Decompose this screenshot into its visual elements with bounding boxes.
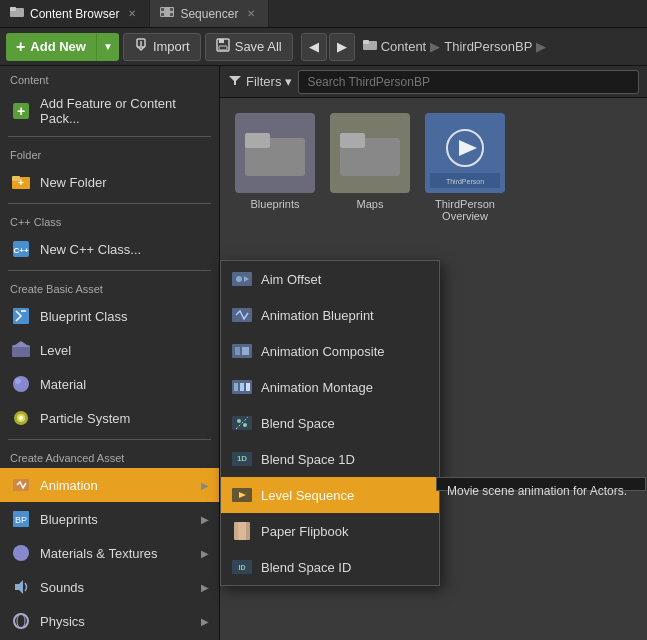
folder-nav-icon <box>363 38 377 55</box>
blueprints-label: Blueprints <box>251 198 300 210</box>
sounds-icon <box>10 576 32 598</box>
submenu-item-anim-montage[interactable]: Animation Montage <box>221 369 439 405</box>
particle-icon <box>10 407 32 429</box>
tab-sequencer[interactable]: Sequencer ✕ <box>150 0 269 27</box>
tab-sequencer-close[interactable]: ✕ <box>244 7 258 21</box>
overview-thumb: ThirdPerson <box>425 113 505 193</box>
filters-dropdown: ▾ <box>285 74 292 89</box>
forward-button[interactable]: ▶ <box>329 33 355 61</box>
list-item-blueprints[interactable]: Blueprints <box>235 113 315 222</box>
svg-rect-65 <box>238 522 250 540</box>
svg-rect-54 <box>240 383 244 391</box>
content-search-input[interactable] <box>298 70 639 94</box>
blueprint-label: Blueprint Class <box>40 309 209 324</box>
submenu-item-level-sequence[interactable]: Level Sequence Movie scene animation for… <box>221 477 439 513</box>
divider-2 <box>8 203 211 204</box>
sidebar-item-add-feature[interactable]: + Add Feature or Content Pack... <box>0 90 219 132</box>
import-button[interactable]: Import <box>123 33 201 61</box>
sounds-arrow: ▶ <box>201 582 209 593</box>
submenu-item-anim-composite[interactable]: Animation Composite <box>221 333 439 369</box>
blend-space-id-label: Blend Space ID <box>261 560 351 575</box>
svg-rect-50 <box>235 347 240 355</box>
svg-text:+: + <box>18 177 24 188</box>
svg-rect-10 <box>219 46 227 50</box>
materials-textures-icon <box>10 542 32 564</box>
level-sequence-icon <box>231 484 253 506</box>
svg-text:+: + <box>17 103 25 119</box>
add-new-button[interactable]: + Add New ▼ <box>6 33 119 61</box>
submenu-item-flipbook[interactable]: Paper Flipbook <box>221 513 439 549</box>
particle-label: Particle System <box>40 411 209 426</box>
svg-rect-3 <box>161 8 164 11</box>
level-sequence-label: Level Sequence <box>261 488 354 503</box>
sidebar-item-blueprints-adv[interactable]: BP Blueprints ▶ <box>0 502 219 536</box>
svg-point-58 <box>243 423 247 427</box>
submenu-item-blend-space-id[interactable]: ID Blend Space ID <box>221 549 439 585</box>
submenu-item-blend-space[interactable]: Blend Space <box>221 405 439 441</box>
submenu-item-aim-offset[interactable]: Aim Offset <box>221 261 439 297</box>
back-button[interactable]: ◀ <box>301 33 327 61</box>
sidebar-item-new-cpp[interactable]: C++ New C++ Class... <box>0 232 219 266</box>
breadcrumb: Content ▶ ThirdPersonBP ▶ <box>363 38 547 55</box>
svg-text:1D: 1D <box>237 454 247 463</box>
svg-point-27 <box>19 416 23 420</box>
svg-rect-55 <box>246 383 250 391</box>
sidebar-item-animation[interactable]: Animation ▶ <box>0 468 219 502</box>
physics-arrow: ▶ <box>201 616 209 627</box>
film-icon <box>160 5 174 22</box>
tab-content-browser-close[interactable]: ✕ <box>125 7 139 21</box>
left-panel: Content + Add Feature or Content Pack...… <box>0 66 220 640</box>
sidebar-item-sounds[interactable]: Sounds ▶ <box>0 570 219 604</box>
sidebar-item-physics[interactable]: Physics ▶ <box>0 604 219 638</box>
animation-label: Animation <box>40 478 193 493</box>
svg-rect-4 <box>170 8 173 11</box>
level-label: Level <box>40 343 209 358</box>
sidebar-item-blueprint[interactable]: Blueprint Class <box>0 299 219 333</box>
tab-sequencer-label: Sequencer <box>180 7 238 21</box>
save-all-button[interactable]: Save All <box>205 33 293 61</box>
tab-bar: Content Browser ✕ Sequencer ✕ <box>0 0 647 28</box>
anim-blueprint-icon <box>231 304 253 326</box>
list-item-thirdperson-overview[interactable]: ThirdPerson ThirdPerson Overview <box>425 113 505 222</box>
svg-point-31 <box>13 545 29 561</box>
sidebar-item-particle[interactable]: Particle System <box>0 401 219 435</box>
svg-rect-53 <box>234 383 238 391</box>
material-label: Material <box>40 377 209 392</box>
svg-text:BP: BP <box>15 515 27 525</box>
breadcrumb-content[interactable]: Content <box>381 39 427 54</box>
maps-thumb <box>330 113 410 193</box>
list-item-maps[interactable]: Maps <box>330 113 410 222</box>
filters-button[interactable]: Filters ▾ <box>228 73 292 90</box>
section-title-advanced: Create Advanced Asset <box>0 444 219 468</box>
blend-space-id-icon: ID <box>231 556 253 578</box>
save-icon <box>216 38 230 55</box>
sidebar-item-level[interactable]: Level <box>0 333 219 367</box>
new-folder-label: New Folder <box>40 175 209 190</box>
section-title-content: Content <box>0 66 219 90</box>
import-label: Import <box>153 39 190 54</box>
blend-space-1d-label: Blend Space 1D <box>261 452 355 467</box>
divider-4 <box>8 439 211 440</box>
divider-1 <box>8 136 211 137</box>
add-new-dropdown-arrow[interactable]: ▼ <box>96 33 119 61</box>
submenu-item-blend-space-1d[interactable]: 1D Blend Space 1D <box>221 441 439 477</box>
overview-label: ThirdPerson Overview <box>425 198 505 222</box>
flipbook-label: Paper Flipbook <box>261 524 348 539</box>
breadcrumb-thirdpersonbp[interactable]: ThirdPersonBP <box>444 39 532 54</box>
add-new-label: Add New <box>30 39 86 54</box>
sidebar-item-new-folder[interactable]: + New Folder <box>0 165 219 199</box>
svg-text:ID: ID <box>239 564 246 571</box>
blend-space-icon <box>231 412 253 434</box>
blend-space-label: Blend Space <box>261 416 335 431</box>
section-title-cpp: C++ Class <box>0 208 219 232</box>
breadcrumb-sep: ▶ <box>430 39 440 54</box>
sidebar-item-materials-textures[interactable]: Materials & Textures ▶ <box>0 536 219 570</box>
save-all-label: Save All <box>235 39 282 54</box>
sidebar-item-material[interactable]: Material <box>0 367 219 401</box>
level-sequence-tooltip: Movie scene animation for Actors. <box>436 477 646 491</box>
svg-point-24 <box>15 378 21 384</box>
svg-rect-9 <box>219 39 224 43</box>
submenu-item-anim-blueprint[interactable]: Animation Blueprint <box>221 297 439 333</box>
tab-content-browser[interactable]: Content Browser ✕ <box>0 0 150 27</box>
cpp-icon: C++ <box>10 238 32 260</box>
